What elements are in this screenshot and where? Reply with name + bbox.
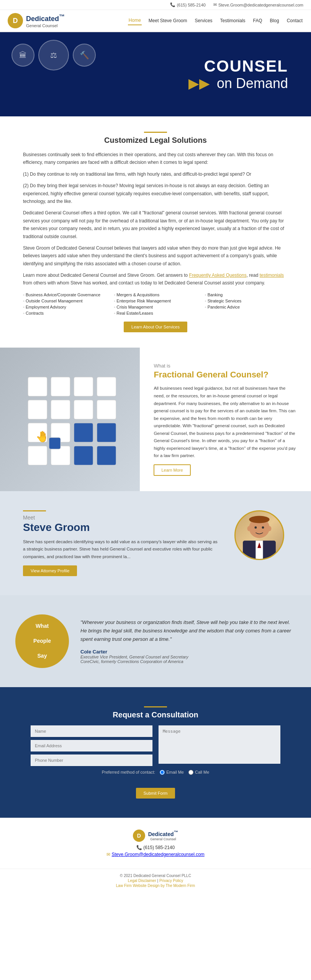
svg-rect-12 <box>28 446 47 465</box>
nav-links: Home Meet Steve Groom Services Testimoni… <box>128 16 303 25</box>
nav-services[interactable]: Services <box>194 16 213 25</box>
customized-title: Customized Legal Solutions <box>23 136 288 145</box>
svg-text:🤚: 🤚 <box>36 430 49 443</box>
designer-credit: Law Firm Website Design by The Modern Fi… <box>8 884 303 888</box>
logo-icon: D <box>8 13 23 28</box>
what-is-label: What is <box>154 363 297 369</box>
phone-info: 📞 (615) 585-2140 <box>170 2 206 7</box>
phone-input[interactable] <box>31 755 152 766</box>
contact-label: Preferred method of contact: <box>102 770 155 774</box>
footer-logo-icon: D <box>133 830 145 842</box>
nav-faq[interactable]: FAQ <box>252 16 263 25</box>
service-item-7: Employment Advisory <box>23 305 106 309</box>
privacy-policy-link[interactable]: Privacy Policy <box>159 879 183 883</box>
name-input[interactable] <box>31 725 152 737</box>
service-item-6: Strategic Services <box>205 299 288 303</box>
testimonials-link[interactable]: testimonials <box>260 273 284 278</box>
logo-brand: Dedicated™ <box>26 13 65 23</box>
svg-rect-15 <box>97 446 116 465</box>
fractional-body: All businesses need legal guidance, but … <box>154 385 297 459</box>
logo-area: D Dedicated™ General Counsel <box>8 13 65 28</box>
hero-section: 🏛 ⚖ 🔨 COUNSEL ▶▶ on Demand <box>0 32 311 116</box>
demand-arrow-icon: ▶▶ <box>188 75 210 91</box>
hero-circle-1: 🏛 <box>11 44 34 67</box>
footer-logo-text: Dedicated™ General Counsel <box>148 830 178 841</box>
service-item-2: Mergers & Acquisitions <box>114 292 197 297</box>
footer-phone-icon: 📞 <box>136 845 143 850</box>
message-input[interactable] <box>159 725 280 764</box>
nav-meet-steve[interactable]: Meet Steve Groom <box>148 16 188 25</box>
faq-link[interactable]: Frequently Asked Questions <box>189 273 247 278</box>
service-item-11: Real Estate/Leases <box>114 311 197 315</box>
gold-divider <box>144 132 167 133</box>
avatar-svg <box>236 510 283 560</box>
service-item-3: Banking <box>205 292 288 297</box>
customized-para2: Dedicated General Counsel offers a third… <box>23 209 288 240</box>
phone-link[interactable]: (615) 585-2140 <box>177 3 206 7</box>
puzzle-background: 🤚 <box>0 348 140 491</box>
service-item-5: Enterprise Risk Management <box>114 299 197 303</box>
svg-rect-11 <box>97 423 116 442</box>
designer-link[interactable]: Law Firm Website Design by The Modern Fi… <box>116 884 195 888</box>
customized-item2: (2) Do they bring their legal services i… <box>23 182 288 205</box>
email-input[interactable] <box>31 740 152 751</box>
service-item-4: Outside Counsel Management <box>23 299 106 303</box>
top-bar: 📞 (615) 585-2140 ✉ Steve.Groom@dedicated… <box>0 0 311 10</box>
learn-services-button[interactable]: Learn About Our Services <box>124 322 187 332</box>
footer-sub: General Counsel <box>148 837 178 841</box>
gold-divider-form <box>144 706 167 707</box>
nav-testimonials[interactable]: Testimonials <box>219 16 246 25</box>
fractional-content: What is Fractional General Counsel? All … <box>140 348 311 491</box>
fractional-image: 🤚 <box>0 348 140 491</box>
copyright: © 2021 Dedicated General Counsel PLLC <box>8 874 303 878</box>
footer-email: ✉ Steve.Groom@dedicatedgeneralcounsel.co… <box>8 852 303 857</box>
meet-image <box>234 510 288 560</box>
call-radio-label[interactable]: Call Me <box>188 770 209 775</box>
submit-row: Submit Form <box>136 782 175 799</box>
view-profile-button[interactable]: View Attorney Profile <box>23 565 77 576</box>
form-right-col <box>159 725 280 766</box>
call-radio[interactable] <box>188 770 193 775</box>
gold-accent-line <box>23 510 46 511</box>
svg-point-23 <box>255 526 257 529</box>
consultation-form <box>31 725 280 766</box>
testimonial-badge: WhatPeopleSay <box>15 614 69 668</box>
customized-body: Businesses continually seek to find effi… <box>23 151 288 287</box>
svg-point-24 <box>262 526 264 529</box>
service-item-8: Crisis Management <box>114 305 197 309</box>
form-bottom: Preferred method of contact: Email Me Ca… <box>31 770 280 799</box>
services-grid: Business Advice/Corporate Governance Mer… <box>23 292 288 315</box>
fractional-section: 🤚 What is Fractional General Counsel? Al… <box>0 348 311 491</box>
meet-section: Meet Steve Groom Steve has spent decades… <box>0 491 311 595</box>
phone-icon: 📞 <box>170 2 175 7</box>
service-item-12 <box>205 311 288 315</box>
svg-point-19 <box>249 516 269 523</box>
contact-method-group: Preferred method of contact: Email Me Ca… <box>102 770 210 775</box>
footer-logo: D Dedicated™ General Counsel <box>8 830 303 842</box>
consultation-title: Request a Consultation <box>31 710 280 719</box>
email-link[interactable]: Steve.Groom@dedicatedgeneralcounsel.com <box>218 3 303 7</box>
logo-sub: General Counsel <box>26 23 65 28</box>
svg-rect-7 <box>97 400 116 419</box>
customized-para1: Businesses continually seek to find effi… <box>23 151 288 167</box>
svg-rect-14 <box>74 446 93 465</box>
legal-disclaimer-link[interactable]: Legal Disclaimer <box>128 879 156 883</box>
meet-name: Steve Groom <box>23 521 219 534</box>
footer-email-link[interactable]: Steve.Groom@dedicatedgeneralcounsel.com <box>112 852 205 857</box>
svg-rect-0 <box>28 377 47 396</box>
nav-blog[interactable]: Blog <box>269 16 280 25</box>
steve-avatar <box>234 510 284 560</box>
learn-more-button[interactable]: Learn More <box>154 464 190 476</box>
customized-section: Customized Legal Solutions Businesses co… <box>0 116 311 348</box>
email-radio-label[interactable]: Email Me <box>160 770 184 775</box>
nav-contact[interactable]: Contact <box>286 16 303 25</box>
nav-home[interactable]: Home <box>128 16 142 25</box>
testimonial-quote: "Wherever your business or organization … <box>80 618 296 644</box>
testimonial-company: CoreCivic, formerly Corrections Corporat… <box>80 659 296 664</box>
email-radio[interactable] <box>160 770 165 775</box>
meet-bio: Steve has spent decades identifying ways… <box>23 538 219 561</box>
customized-para4: Learn more about Dedicated General Couns… <box>23 271 288 287</box>
submit-button[interactable]: Submit Form <box>136 788 175 799</box>
footer-phone: 📞 (615) 585-2140 <box>8 845 303 850</box>
svg-rect-2 <box>74 377 93 396</box>
